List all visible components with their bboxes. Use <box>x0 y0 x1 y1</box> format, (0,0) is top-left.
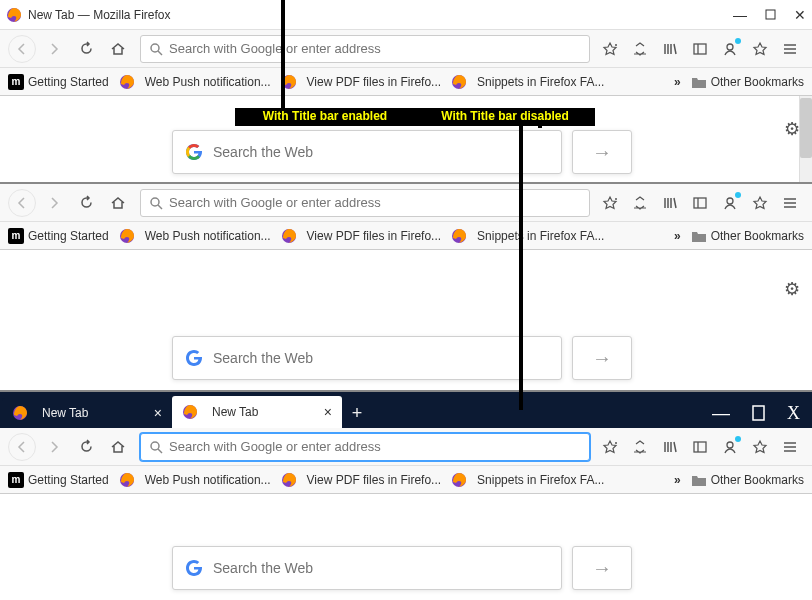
bookmark-label: Snippets in Firefox FA... <box>477 229 604 243</box>
minimize-button[interactable]: — <box>734 9 746 21</box>
search-row: Search the Web → <box>172 546 632 590</box>
account-icon[interactable] <box>718 435 742 459</box>
forward-button[interactable] <box>40 189 68 217</box>
other-bookmarks-folder[interactable]: Other Bookmarks <box>691 229 804 243</box>
other-bookmarks-folder[interactable]: Other Bookmarks <box>691 75 804 89</box>
page-actions-icon[interactable] <box>598 37 622 61</box>
bookmark-item[interactable]: Snippets in Firefox FA... <box>451 472 604 488</box>
sidebar-icon[interactable] <box>688 191 712 215</box>
account-icon[interactable] <box>718 191 742 215</box>
tab-close-button[interactable]: × <box>324 404 332 420</box>
bookmark-label: Web Push notification... <box>145 75 271 89</box>
home-button[interactable] <box>104 35 132 63</box>
library-icon[interactable] <box>658 191 682 215</box>
back-button[interactable] <box>8 189 36 217</box>
maximize-button[interactable] <box>764 9 776 21</box>
downloads-icon[interactable] <box>628 191 652 215</box>
bookmark-item[interactable]: Snippets in Firefox FA... <box>451 74 604 90</box>
google-icon <box>185 143 203 161</box>
bookmark-star-icon[interactable] <box>748 37 772 61</box>
bookmark-item[interactable]: mGetting Started <box>8 472 109 488</box>
bookmark-item[interactable]: mGetting Started <box>8 74 109 90</box>
search-placeholder: Search the Web <box>213 560 313 576</box>
tab-bar: New Tab × New Tab × + — X <box>0 392 812 428</box>
tab-close-button[interactable]: × <box>154 405 162 421</box>
sidebar-icon[interactable] <box>688 435 712 459</box>
page-actions-icon[interactable] <box>598 191 622 215</box>
bookmark-item[interactable]: mGetting Started <box>8 228 109 244</box>
web-search-box[interactable]: Search the Web <box>172 546 562 590</box>
gear-icon[interactable]: ⚙ <box>784 118 800 140</box>
folder-label: Other Bookmarks <box>711 473 804 487</box>
bookmark-item[interactable]: Web Push notification... <box>119 228 271 244</box>
scrollbar[interactable] <box>799 96 812 182</box>
search-placeholder: Search the Web <box>213 350 313 366</box>
scroll-thumb[interactable] <box>800 98 812 158</box>
library-icon[interactable] <box>658 37 682 61</box>
reload-button[interactable] <box>72 35 100 63</box>
library-icon[interactable] <box>658 435 682 459</box>
bookmark-star-icon[interactable] <box>748 435 772 459</box>
bookmark-label: View PDF files in Firefo... <box>307 473 441 487</box>
navigation-toolbar <box>0 30 812 68</box>
web-search-box[interactable]: Search the Web <box>172 130 562 174</box>
toolbar-right-icons <box>598 435 772 459</box>
search-submit-button[interactable]: → <box>572 546 632 590</box>
page-actions-icon[interactable] <box>598 435 622 459</box>
bookmarks-toolbar: mGetting Started Web Push notification..… <box>0 68 812 96</box>
tab-inactive[interactable]: New Tab × <box>2 398 172 428</box>
panel-no-titlebar: mGetting Started Web Push notification..… <box>0 184 812 392</box>
bookmark-item[interactable]: Snippets in Firefox FA... <box>451 228 604 244</box>
search-submit-button[interactable]: → <box>572 336 632 380</box>
close-button[interactable]: ✕ <box>794 9 806 21</box>
sidebar-icon[interactable] <box>688 37 712 61</box>
menu-button[interactable] <box>776 35 804 63</box>
search-submit-button[interactable]: → <box>572 130 632 174</box>
reload-button[interactable] <box>72 189 100 217</box>
url-bar[interactable] <box>140 433 590 461</box>
url-bar[interactable] <box>140 35 590 63</box>
minimize-button[interactable]: — <box>712 403 730 424</box>
tab-active[interactable]: New Tab × <box>172 396 342 428</box>
home-button[interactable] <box>104 433 132 461</box>
forward-button[interactable] <box>40 35 68 63</box>
google-icon <box>185 349 203 367</box>
bookmarks-overflow-icon[interactable]: » <box>674 75 681 89</box>
bookmark-item[interactable]: View PDF files in Firefo... <box>281 472 441 488</box>
annotation-line-left <box>281 0 285 109</box>
web-search-box[interactable]: Search the Web <box>172 336 562 380</box>
home-button[interactable] <box>104 189 132 217</box>
bookmark-item[interactable]: View PDF files in Firefo... <box>281 74 441 90</box>
svg-point-19 <box>727 442 733 448</box>
bookmark-item[interactable]: Web Push notification... <box>119 472 271 488</box>
firefox-icon <box>451 74 467 90</box>
search-icon <box>149 196 163 210</box>
gear-icon[interactable]: ⚙ <box>784 278 800 300</box>
back-button[interactable] <box>8 35 36 63</box>
firefox-icon <box>281 228 297 244</box>
bookmarks-overflow-icon[interactable]: » <box>674 473 681 487</box>
other-bookmarks-folder[interactable]: Other Bookmarks <box>691 473 804 487</box>
menu-button[interactable] <box>776 189 804 217</box>
label-titlebar-disabled: With Title bar disabled <box>415 108 595 126</box>
forward-button[interactable] <box>40 433 68 461</box>
search-placeholder: Search the Web <box>213 144 313 160</box>
menu-button[interactable] <box>776 433 804 461</box>
firefox-icon <box>451 228 467 244</box>
bookmark-item[interactable]: Web Push notification... <box>119 74 271 90</box>
downloads-icon[interactable] <box>628 435 652 459</box>
downloads-icon[interactable] <box>628 37 652 61</box>
svg-point-4 <box>727 44 733 50</box>
bookmark-item[interactable]: View PDF files in Firefo... <box>281 228 441 244</box>
url-input[interactable] <box>169 439 581 454</box>
maximize-button[interactable] <box>752 404 765 422</box>
url-input[interactable] <box>169 41 581 56</box>
close-button[interactable]: X <box>787 403 800 424</box>
firefox-icon <box>6 7 22 23</box>
reload-button[interactable] <box>72 433 100 461</box>
bookmark-star-icon[interactable] <box>748 191 772 215</box>
new-tab-button[interactable]: + <box>342 398 372 428</box>
bookmarks-overflow-icon[interactable]: » <box>674 229 681 243</box>
account-icon[interactable] <box>718 37 742 61</box>
back-button[interactable] <box>8 433 36 461</box>
